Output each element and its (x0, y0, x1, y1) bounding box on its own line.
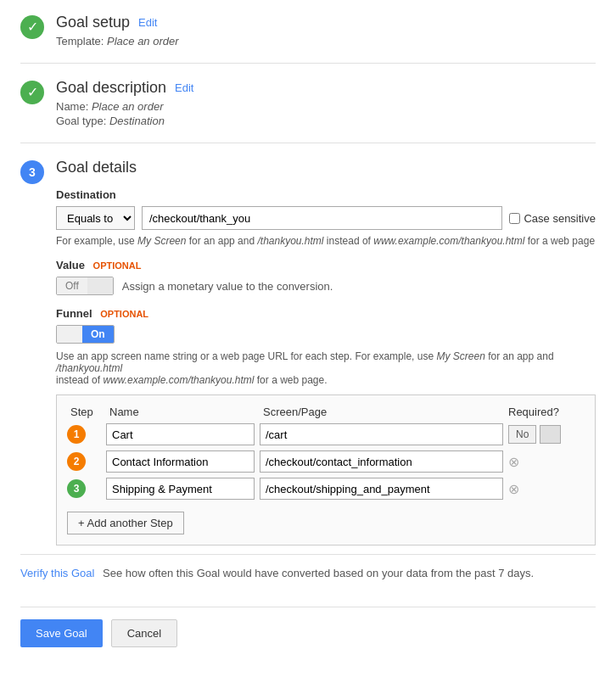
step3-required-cell: ⊗ (508, 481, 585, 497)
goal-description-title: Goal description (56, 79, 166, 97)
goal-setup-icon: ✓ (20, 15, 44, 39)
goal-details-header: Goal details (56, 159, 596, 176)
step1-required-cell: No (508, 425, 585, 444)
verify-description: See how often this Goal would have conve… (103, 567, 534, 579)
funnel-toggle-on[interactable]: On (82, 326, 114, 343)
cancel-button[interactable]: Cancel (111, 619, 177, 647)
table-row: 2 ⊗ (67, 450, 585, 473)
goal-setup-edit-link[interactable]: Edit (138, 16, 157, 29)
step1-name-input[interactable] (106, 423, 255, 445)
goal-type-value: Destination (109, 115, 165, 127)
name-value: Place an order (92, 100, 164, 113)
value-label: Value OPTIONAL (56, 259, 596, 271)
goal-setup-header: Goal setup Edit (56, 14, 596, 31)
goal-details-section: 3 Goal details Destination Equals to Cas… (20, 159, 596, 546)
step3-circle: 3 (67, 479, 86, 498)
goal-description-content: Goal description Edit Name: Place an ord… (56, 79, 596, 127)
verify-link[interactable]: Verify this Goal (20, 567, 94, 579)
destination-label: Destination (56, 188, 596, 201)
verify-section: Verify this Goal See how often this Goal… (20, 554, 596, 591)
goal-details-step-number: 3 (29, 165, 36, 179)
step3-screen-input[interactable] (260, 478, 503, 500)
value-toggle-row: Off Assign a monetary value to the conve… (56, 277, 596, 295)
col-screen: Screen/Page (263, 406, 503, 418)
template-label: Template: (56, 35, 104, 48)
step2-cell: 2 (67, 452, 101, 471)
goal-setup-meta: Template: Place an order (56, 35, 596, 48)
template-value: Place an order (107, 35, 179, 48)
funnel-toggle[interactable]: On (56, 325, 115, 344)
step1-circle: 1 (67, 425, 86, 444)
bottom-buttons: Save Goal Cancel (20, 607, 596, 647)
table-row: 3 ⊗ (67, 478, 585, 500)
value-optional: OPTIONAL (93, 260, 142, 271)
step3-name-input[interactable] (106, 478, 255, 500)
value-toggle-off[interactable]: Off (57, 277, 87, 294)
goal-details-content: Goal details Destination Equals to Case … (56, 159, 596, 546)
value-toggle-slider[interactable] (87, 277, 113, 294)
save-goal-button[interactable]: Save Goal (20, 619, 103, 647)
equals-select[interactable]: Equals to (56, 206, 135, 230)
goal-setup-content: Goal setup Edit Template: Place an order (56, 14, 596, 48)
table-row: 1 No (67, 423, 585, 445)
goal-type-label: Goal type: (56, 115, 106, 127)
destination-input[interactable] (142, 206, 502, 230)
funnel-label: Funnel OPTIONAL (56, 307, 596, 320)
goal-details-title: Goal details (56, 159, 137, 176)
funnel-helper-text: Use an app screen name string or a web p… (56, 350, 596, 386)
case-sensitive-text: Case sensitive (524, 212, 596, 225)
step1-required-toggle[interactable] (540, 425, 561, 444)
funnel-optional: OPTIONAL (100, 309, 148, 319)
funnel-toggle-row: On (56, 325, 596, 344)
step2-circle: 2 (67, 452, 86, 471)
step1-screen-input[interactable] (260, 423, 503, 445)
step1-required-no-btn[interactable]: No (508, 425, 536, 444)
col-name: Name (109, 406, 258, 418)
step2-remove-icon[interactable]: ⊗ (508, 454, 519, 470)
value-toggle[interactable]: Off (56, 277, 114, 295)
goal-setup-section: ✓ Goal setup Edit Template: Place an ord… (20, 14, 596, 64)
step2-required-cell: ⊗ (508, 454, 585, 470)
add-step-button[interactable]: + Add another Step (67, 512, 184, 534)
funnel-toggle-off[interactable] (57, 326, 82, 343)
case-sensitive-checkbox[interactable] (509, 213, 520, 224)
goal-description-header: Goal description Edit (56, 79, 596, 97)
step2-name-input[interactable] (106, 450, 255, 473)
goal-description-section: ✓ Goal description Edit Name: Place an o… (20, 79, 596, 143)
step2-screen-input[interactable] (260, 450, 503, 473)
goal-details-icon: 3 (20, 160, 44, 184)
destination-row: Equals to Case sensitive (56, 206, 596, 230)
value-toggle-label: Assign a monetary value to the conversio… (122, 280, 333, 293)
goal-description-edit-link[interactable]: Edit (175, 81, 193, 94)
col-required: Required? (508, 406, 585, 418)
step3-remove-icon[interactable]: ⊗ (508, 481, 519, 497)
case-sensitive-label: Case sensitive (509, 212, 596, 225)
goal-name-meta: Name: Place an order (56, 100, 596, 113)
col-step: Step (70, 406, 104, 418)
step3-cell: 3 (67, 479, 101, 498)
name-label: Name: (56, 100, 88, 113)
destination-helper: For example, use My Screen for an app an… (56, 235, 596, 247)
goal-description-icon: ✓ (20, 81, 44, 104)
step1-cell: 1 (67, 425, 101, 444)
funnel-table-header: Step Name Screen/Page Required? (67, 406, 585, 418)
funnel-table: Step Name Screen/Page Required? 1 No (56, 394, 596, 546)
goal-type-meta: Goal type: Destination (56, 115, 596, 127)
goal-setup-title: Goal setup (56, 14, 130, 31)
